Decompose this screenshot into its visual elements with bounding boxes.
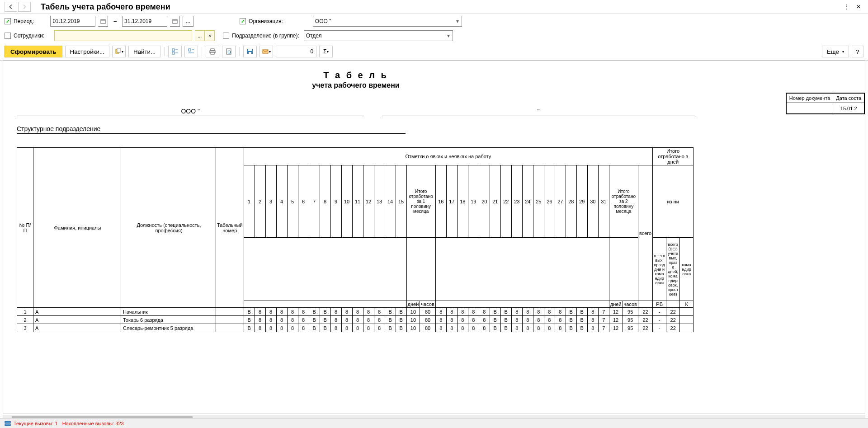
col-izn: из ни [653, 165, 693, 238]
col-sub3: кома ндир овка [680, 238, 693, 301]
employees-clear-button[interactable]: × [205, 30, 215, 41]
period-label: Период: [14, 18, 34, 24]
copy-icon[interactable]: ▾ [112, 46, 126, 57]
svg-rect-15 [211, 52, 214, 54]
period-checkbox[interactable] [5, 18, 11, 24]
svg-rect-6 [172, 49, 175, 51]
col-k: К [680, 301, 693, 308]
status-accum: Накопленные вызовы: 323 [62, 421, 124, 423]
org-label: Организация: [249, 18, 283, 24]
report-title: Т а б е л ь [17, 70, 695, 80]
col-vsego: всего [638, 165, 652, 301]
struct-line: Структурное подразделение [17, 125, 406, 134]
header-bar: Табель учета рабочего времени ⋮ ✕ [0, 0, 868, 14]
table-row[interactable]: 3АСлесарь-ремонтник 5 разрядаВ88888ВВ888… [17, 324, 693, 332]
expand-groups-icon[interactable] [168, 46, 182, 57]
employees-input[interactable] [54, 30, 192, 41]
date-dash: – [113, 18, 117, 24]
dept-value: Отдел [306, 33, 322, 39]
page-title: Табель учета рабочего времени [41, 2, 840, 12]
col-position: Должность (специальность, профессия) [121, 148, 216, 308]
nav-back-button[interactable] [5, 2, 17, 12]
form-button[interactable]: Сформировать [5, 46, 62, 57]
kebab-menu-icon[interactable]: ⋮ [842, 2, 852, 12]
col-itog1: Итого отработано за 1 половину месяца [406, 165, 435, 238]
date-to-input[interactable]: 31.12.2019 [122, 16, 167, 27]
svg-rect-20 [248, 49, 252, 51]
doc-info-box: Номер документаДата соста 15.01.2 [786, 93, 865, 114]
col-marks: Отметки о явках и неявках на работу [244, 148, 653, 165]
svg-rect-0 [101, 19, 105, 24]
filter-row-2: Сотрудники: ... × Подразделение (в групп… [0, 28, 868, 43]
preview-icon[interactable] [222, 46, 236, 57]
employees-pick-button[interactable]: ... [195, 30, 205, 41]
date-from-input[interactable]: 01.12.2019 [50, 16, 95, 27]
dept-checkbox[interactable] [223, 33, 229, 39]
report-subtitle: учета рабочего времени [17, 81, 695, 89]
svg-rect-21 [249, 52, 251, 54]
col-chasov: часов [420, 301, 435, 308]
org-value: ООО " [315, 18, 331, 24]
dept-select[interactable]: Отдел [304, 30, 453, 41]
sum-input[interactable]: 0 [276, 46, 316, 57]
more-button[interactable]: Еще▾ [822, 46, 849, 57]
status-bar: Текущие вызовы: 1 Накопленные вызовы: 32… [0, 418, 868, 422]
report-area[interactable]: Т а б е л ь учета рабочего времени Номер… [3, 61, 865, 414]
table-row[interactable]: 2АТокарь 6 разрядаВ88888ВВ88888ВВ1080888… [17, 316, 693, 324]
nav-forward-button[interactable] [18, 2, 31, 12]
svg-rect-2 [173, 19, 177, 24]
col-tabnum: Табельный номер [216, 148, 244, 308]
settings-button[interactable]: Настройки... [65, 46, 109, 57]
filter-row-1: Период: 01.12.2019 – 31.12.2019 ... Орга… [0, 14, 868, 28]
period-more-button[interactable]: ... [183, 16, 193, 27]
svg-rect-5 [117, 48, 120, 52]
svg-rect-10 [189, 49, 191, 51]
svg-rect-23 [5, 421, 10, 423]
email-icon[interactable]: ▾ [259, 46, 273, 57]
close-icon[interactable]: ✕ [854, 2, 863, 12]
save-icon[interactable] [243, 46, 257, 57]
calendar-icon[interactable] [98, 16, 108, 27]
col-itog2: Итого отработано за 2 половину месяца [609, 165, 638, 238]
status-current: Текущие вызовы: 1 [14, 421, 58, 423]
org-line: ООО " [17, 108, 364, 116]
dept-label: Подразделение (в группе): [232, 33, 299, 39]
org-select[interactable]: ООО " [313, 16, 462, 27]
col-sub2: всего (БЕЗ учета вых, праз д дней, кома … [666, 238, 680, 301]
employees-label: Сотрудники: [14, 33, 44, 39]
col-sub1: в т.ч.в вых, празд дни и кома ндир овки [653, 238, 666, 301]
doc-date-label: Дата соста [833, 94, 864, 103]
col-fio: Фамилия, инициалы [33, 148, 121, 308]
server-icon [5, 420, 11, 423]
svg-rect-13 [211, 49, 214, 51]
help-button[interactable]: ? [852, 46, 863, 57]
svg-rect-7 [172, 52, 175, 54]
col-rv: РВ [653, 301, 666, 308]
day-1: 1 [244, 165, 255, 238]
org-line-2: " [382, 108, 695, 116]
collapse-groups-icon[interactable] [184, 46, 198, 57]
col-np: № П/П [17, 148, 33, 308]
employees-checkbox[interactable] [5, 33, 11, 39]
col-itogo-total: Итого отработано здней [653, 148, 693, 165]
toolbar: Сформировать Настройки... ▾ Найти... ▾ 0… [0, 43, 868, 61]
calendar-icon[interactable] [170, 16, 180, 27]
doc-date-value: 15.01.2 [833, 103, 864, 114]
timesheet-grid: № П/П Фамилия, инициалы Должность (специ… [17, 147, 693, 332]
col-dni: дней [406, 301, 420, 308]
find-button[interactable]: Найти... [128, 46, 160, 57]
print-icon[interactable] [206, 46, 219, 57]
doc-num-label: Номер документа [786, 94, 833, 103]
table-row[interactable]: 1АНачальникВ88888ВВ88888ВВ108088888ВВ888… [17, 308, 693, 316]
sigma-icon[interactable]: Σ▾ [319, 46, 333, 57]
org-checkbox[interactable] [240, 18, 246, 24]
